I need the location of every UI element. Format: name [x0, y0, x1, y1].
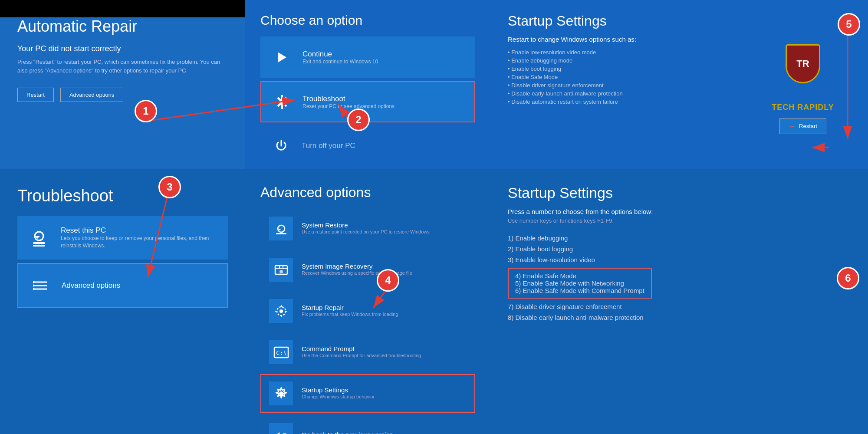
panel-automatic-repair: Automatic Repair Your PC did not start c…	[0, 0, 245, 169]
svg-marker-7	[278, 52, 286, 62]
startup-option-6: Disable early-launch anti-malware protec…	[508, 89, 742, 98]
fn-keys-hint: Use number keys or functions keys F1-F9.	[508, 217, 851, 224]
turnoff-tile[interactable]: Turn off your PC	[260, 126, 475, 165]
brand-initials: TR	[796, 58, 809, 69]
troubleshoot-title: Troubleshoot	[17, 187, 228, 205]
svg-point-11	[279, 99, 285, 105]
step-4-label: 4	[385, 274, 391, 286]
go-back-tile[interactable]: Go back to the previous version	[260, 415, 475, 434]
step-1-label: 1	[143, 105, 148, 117]
continue-icon	[270, 45, 294, 69]
step-6-label: 6	[845, 272, 851, 284]
system-image-icon	[269, 258, 293, 282]
startup-repair-tile[interactable]: Startup Repair Fix problems that keep Wi…	[260, 292, 475, 330]
shield-icon: TR	[786, 44, 820, 83]
panel-startup-numbered: Startup Settings Press a number to choos…	[490, 169, 868, 434]
startup-option-5: Disable driver signature enforcement	[508, 81, 742, 89]
svg-rect-14	[276, 233, 286, 234]
advanced-options-tile[interactable]: Advanced options	[17, 263, 228, 308]
svg-point-25	[279, 309, 283, 313]
troubleshoot-choose-icon	[270, 90, 294, 114]
startup-num-1: 1) Enable debugging	[508, 233, 851, 243]
system-restore-text: System Restore Use a restore point recor…	[302, 221, 430, 235]
reset-icon	[26, 225, 52, 251]
startup-option-2: Enable debugging mode	[508, 56, 742, 65]
startup-numbered-title: Startup Settings	[508, 184, 851, 201]
cmd-prompt-text: Command Prompt Use the Command Prompt fo…	[302, 345, 421, 359]
svg-text:C:\: C:\	[276, 349, 287, 356]
startup-settings-icon	[269, 381, 293, 405]
startup-num-highlighted-box: 4) Enable Safe Mode 5) Enable Safe Mode …	[508, 265, 851, 301]
restart-btn-label: Restart	[799, 123, 817, 129]
highlighted-options-box: 4) Enable Safe Mode 5) Enable Safe Mode …	[508, 268, 652, 299]
brand-logo: 🦅 TR	[777, 44, 829, 96]
cmd-prompt-tile[interactable]: C:\ Command Prompt Use the Command Promp…	[260, 333, 475, 372]
system-restore-icon	[269, 217, 293, 240]
svg-rect-2	[33, 242, 45, 244]
startup-num-4: 4) Enable Safe Mode	[515, 272, 644, 279]
startup-num-5: 5) Enable Safe Mode with Networking	[515, 279, 644, 287]
panel-troubleshoot: Troubleshoot Reset this PC Lets you choo…	[0, 169, 245, 434]
startup-option-3: Enable boot logging	[508, 65, 742, 73]
reset-this-pc-tile[interactable]: Reset this PC Lets you choose to keep or…	[17, 216, 228, 260]
startup-repair-icon	[269, 299, 293, 323]
cmd-prompt-icon: C:\	[269, 340, 293, 364]
startup-option-7: Disable automatic restart on system fail…	[508, 98, 742, 106]
panel-choose-option: Choose an option Continue Exit and conti…	[245, 0, 490, 169]
restart-description: Restart to change Windows options such a…	[508, 36, 742, 43]
step-badge-6: 6	[837, 267, 859, 289]
advanced-options-text: Advanced options	[62, 281, 120, 290]
go-back-icon	[269, 423, 293, 434]
panel-startup-info: Startup Settings Restart to change Windo…	[490, 0, 868, 169]
automatic-repair-description: Press "Restart" to restart your PC, whic…	[17, 58, 228, 75]
automatic-repair-subtitle: Your PC did not start correctly	[17, 44, 228, 53]
svg-point-17	[279, 270, 283, 273]
svg-point-30	[283, 433, 287, 434]
startup-numbered-subtitle: Press a number to choose from the option…	[508, 208, 851, 215]
power-icon	[269, 134, 293, 158]
startup-num-7: 7) Disable driver signature enforcement	[508, 301, 851, 312]
advanced-options-icon	[27, 273, 53, 299]
black-bar	[0, 0, 245, 17]
brand-section: 🦅 TR TECH RAPIDLY → Restart	[755, 13, 851, 161]
step-badge-2: 2	[347, 108, 370, 131]
startup-num-3: 3) Enable low-resolution video	[508, 254, 851, 265]
restart-button[interactable]: Restart	[17, 88, 54, 102]
step-badge-1: 1	[135, 100, 157, 122]
svg-rect-3	[33, 245, 45, 247]
startup-repair-text: Startup Repair Fix problems that keep Wi…	[302, 304, 398, 318]
startup-num-8: 8) Disable early launch anti-malware pro…	[508, 312, 851, 323]
step-badge-3: 3	[158, 176, 181, 198]
advanced-options-button[interactable]: Advanced options	[60, 88, 123, 102]
restart-arrow-icon: →	[789, 122, 796, 130]
startup-settings-info-title: Startup Settings	[508, 13, 742, 29]
automatic-repair-title: Automatic Repair	[17, 17, 228, 36]
step-badge-4: 4	[377, 269, 399, 292]
restart-right-button[interactable]: → Restart	[779, 118, 826, 134]
automatic-repair-buttons: Restart Advanced options	[17, 88, 228, 102]
startup-settings-tile[interactable]: Startup Settings Change Windows startup …	[260, 374, 475, 413]
troubleshoot-choose-text: Troubleshoot Reset your PC or see advanc…	[302, 95, 395, 109]
svg-marker-29	[276, 432, 279, 434]
step-badge-5: 5	[838, 13, 860, 36]
system-restore-tile[interactable]: System Restore Use a restore point recor…	[260, 209, 475, 248]
continue-tile[interactable]: Continue Exit and continue to Windows 10	[260, 36, 475, 78]
panel-advanced-options: Advanced options System Restore Use a re…	[245, 169, 490, 434]
reset-this-pc-text: Reset this PC Lets you choose to keep or…	[61, 226, 219, 250]
continue-text: Continue Exit and continue to Windows 10	[302, 50, 378, 65]
startup-options-list: Enable low-resolution video mode Enable …	[508, 48, 742, 106]
turnoff-text: Turn off your PC	[302, 141, 355, 150]
startup-option-1: Enable low-resolution video mode	[508, 48, 742, 56]
startup-num-2: 2) Enable boot logging	[508, 243, 851, 254]
startup-num-6: 6) Enable Safe Mode with Command Prompt	[515, 287, 644, 294]
step-5-label: 5	[846, 18, 852, 30]
system-image-tile[interactable]: System Image Recovery Recover Windows us…	[260, 250, 475, 289]
startup-option-4: Enable Safe Mode	[508, 73, 742, 81]
choose-option-heading: Choose an option	[260, 13, 475, 28]
step-3-label: 3	[167, 181, 172, 193]
go-back-text: Go back to the previous version	[302, 431, 393, 434]
step-2-label: 2	[355, 114, 361, 126]
startup-numbered-list: 1) Enable debugging 2) Enable boot loggi…	[508, 233, 851, 323]
advanced-options-heading: Advanced options	[260, 184, 475, 201]
brand-name: TECH RAPIDLY	[772, 103, 834, 112]
